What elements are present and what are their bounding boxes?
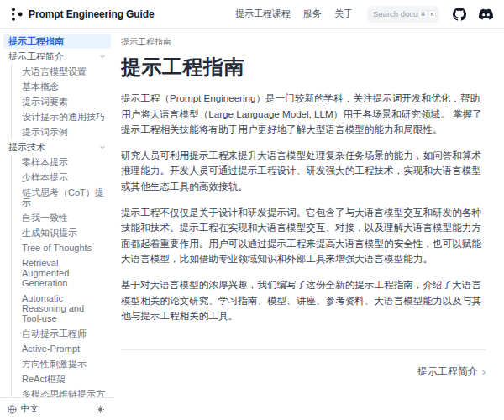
sidebar-nav: 提示工程指南 提示工程简介 大语言模型设置 基本概念 提示词要素 设计提示的通用… — [0, 29, 114, 397]
main-content: 提示工程指南 提示工程指南 提示工程（Prompt Engineering）是一… — [114, 29, 504, 420]
sidebar-item-art[interactable]: Automatic Reasoning and Tool-use — [12, 291, 111, 326]
sidebar-footer: 中文 — [0, 397, 114, 420]
sidebar-item-multimodal-cot[interactable]: 多模态思维链提示方法 — [12, 386, 111, 397]
sidebar-item-consistency[interactable]: 自我一致性 — [12, 210, 111, 225]
search-placeholder: Search documentation... — [373, 9, 418, 18]
paragraph-motivation: 基于对大语言模型的浓厚兴趣，我们编写了这份全新的提示工程指南，介绍了大语言模型相… — [121, 277, 486, 324]
header-nav: 提示工程课程 服务 关于 Search documentation... ⌘K — [235, 6, 493, 23]
site-logo[interactable]: Prompt Engineering Guide — [11, 7, 155, 22]
nav-course-link[interactable]: 提示工程课程 — [235, 8, 291, 20]
sidebar-subgroup-introduction: 大语言模型设置 基本概念 提示词要素 设计提示的通用技巧 提示词示例 — [11, 64, 111, 139]
sidebar-item-ape[interactable]: 自动提示工程师 — [12, 326, 111, 341]
brand-title: Prompt Engineering Guide — [29, 8, 155, 20]
language-switcher[interactable]: 中文 — [8, 403, 39, 415]
nav-about-link[interactable]: 关于 — [334, 8, 353, 20]
pagination: 提示工程简介 › — [121, 365, 486, 379]
search-input[interactable]: Search documentation... ⌘K — [367, 6, 439, 23]
sidebar-item-fewshot[interactable]: 少样本提示 — [12, 170, 111, 185]
sidebar-item-llm-settings[interactable]: 大语言模型设置 — [12, 64, 111, 79]
sidebar: 提示工程指南 提示工程简介 大语言模型设置 基本概念 提示词要素 设计提示的通用… — [0, 29, 114, 420]
search-shortcut-keys: ⌘K — [418, 10, 436, 18]
sidebar-item-dsp[interactable]: 方向性刺激提示 — [12, 356, 111, 371]
theme-toggle[interactable] — [96, 405, 105, 414]
sidebar-item-activeprompt[interactable]: Active-Prompt — [12, 341, 111, 356]
github-icon[interactable] — [452, 7, 466, 21]
paragraph-intro: 提示工程（Prompt Engineering）是一门较新的学科，关注提示词开发… — [121, 91, 486, 138]
sidebar-item-rag[interactable]: Retrieval Augmented Generation — [12, 255, 111, 291]
sidebar-item-cot[interactable]: 链式思考（CoT）提示 — [12, 185, 111, 210]
sidebar-section-introduction[interactable]: 提示工程简介 — [3, 49, 111, 64]
sidebar-section-techniques[interactable]: 提示技术 — [3, 139, 111, 155]
sidebar-item-elements[interactable]: 提示词要素 — [12, 94, 111, 109]
globe-icon — [8, 405, 17, 414]
logo-dots-icon — [11, 7, 24, 22]
sidebar-item-tot[interactable]: Tree of Thoughts — [12, 240, 111, 255]
sidebar-item-zeroshot[interactable]: 零样本提示 — [12, 155, 111, 170]
breadcrumb[interactable]: 提示工程指南 — [121, 36, 486, 48]
nav-services-link[interactable]: 服务 — [303, 8, 322, 20]
header: Prompt Engineering Guide 提示工程课程 服务 关于 Se… — [0, 0, 504, 29]
sidebar-item-guide[interactable]: 提示工程指南 — [3, 34, 111, 49]
discord-icon[interactable] — [479, 7, 493, 21]
chevron-down-icon — [99, 53, 106, 60]
sidebar-item-basics[interactable]: 基本概念 — [12, 79, 111, 94]
sidebar-subgroup-techniques: 零样本提示 少样本提示 链式思考（CoT）提示 自我一致性 生成知识提示 Tre… — [11, 155, 111, 397]
next-page-link[interactable]: 提示工程简介 › — [417, 365, 486, 379]
chevron-right-icon: › — [482, 365, 486, 378]
paragraph-scope: 提示工程不仅仅是关于设计和研发提示词。它包含了与大语言模型交互和研发的各种技能和… — [121, 205, 486, 267]
sidebar-item-react[interactable]: ReAct框架 — [12, 371, 111, 386]
paragraph-researchers: 研究人员可利用提示工程来提升大语言模型处理复杂任务场景的能力，如问答和算术推理能… — [121, 148, 486, 195]
chevron-down-icon — [99, 144, 106, 150]
page-title: 提示工程指南 — [121, 54, 486, 81]
content-divider — [121, 349, 486, 350]
sidebar-item-examples[interactable]: 提示词示例 — [12, 124, 111, 139]
sidebar-item-tips[interactable]: 设计提示的通用技巧 — [12, 109, 111, 124]
sun-icon — [96, 405, 105, 414]
sidebar-item-knowledge[interactable]: 生成知识提示 — [12, 225, 111, 240]
